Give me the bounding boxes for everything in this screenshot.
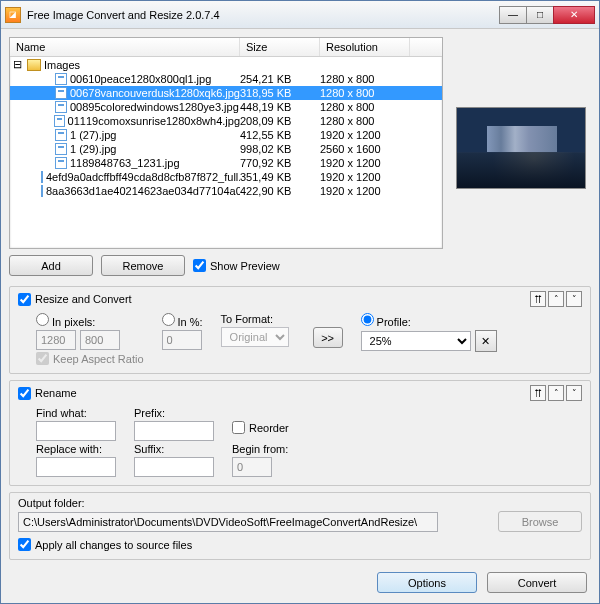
file-size: 448,19 KB [240, 101, 320, 113]
image-file-icon [55, 129, 67, 141]
options-button[interactable]: Options [377, 572, 477, 593]
file-name: 8aa3663d1ae40214623ae034d77104a0_full.jp… [46, 185, 240, 197]
table-row[interactable]: 1189848763_1231.jpg770,92 KB1920 x 1200 [10, 156, 442, 170]
convert-button[interactable]: Convert [487, 572, 587, 593]
percent-input[interactable] [162, 330, 202, 350]
preview-image [456, 107, 586, 189]
file-resolution: 1920 x 1200 [320, 157, 410, 169]
file-size: 998,02 KB [240, 143, 320, 155]
image-file-icon [55, 157, 67, 169]
profile-radio[interactable]: Profile: [361, 313, 497, 328]
reorder-checkbox[interactable]: Reorder [232, 421, 289, 434]
file-name: 1 (27).jpg [70, 129, 116, 141]
maximize-button[interactable]: □ [526, 6, 554, 24]
panel-expand-button[interactable]: ⮅ [530, 291, 546, 307]
file-size: 208,09 KB [240, 115, 320, 127]
titlebar[interactable]: ◪ Free Image Convert and Resize 2.0.7.4 … [1, 1, 599, 29]
table-row[interactable]: 00895coloredwindows1280ye3.jpg448,19 KB1… [10, 100, 442, 114]
image-file-icon [41, 171, 43, 183]
file-size: 254,21 KB [240, 73, 320, 85]
list-header: Name Size Resolution [10, 38, 442, 57]
file-resolution: 2560 x 1600 [320, 143, 410, 155]
file-name: 00895coloredwindows1280ye3.jpg [70, 101, 239, 113]
file-name: 01119comoxsunrise1280x8wh4.jpg [68, 115, 240, 127]
show-preview-checkbox[interactable]: Show Preview [193, 259, 280, 272]
resize-enable-checkbox[interactable]: Resize and Convert [18, 293, 132, 306]
table-row[interactable]: 4efd9a0adcffbff49cda8d8cfb87f872_full.jp… [10, 170, 442, 184]
show-preview-input[interactable] [193, 259, 206, 272]
format-select[interactable]: Original [221, 327, 289, 347]
close-button[interactable]: ✕ [553, 6, 595, 24]
in-pixels-radio[interactable]: In pixels: [36, 313, 144, 328]
table-row[interactable]: 01119comoxsunrise1280x8wh4.jpg208,09 KB1… [10, 114, 442, 128]
image-file-icon [55, 73, 67, 85]
in-percent-radio[interactable]: In %: [162, 313, 203, 328]
output-folder-input[interactable] [18, 512, 438, 532]
remove-button[interactable]: Remove [101, 255, 185, 276]
table-row[interactable]: 8aa3663d1ae40214623ae034d77104a0_full.jp… [10, 184, 442, 198]
app-window: ◪ Free Image Convert and Resize 2.0.7.4 … [0, 0, 600, 604]
file-size: 770,92 KB [240, 157, 320, 169]
col-name[interactable]: Name [10, 38, 240, 56]
browse-button[interactable]: Browse [498, 511, 582, 532]
preview-pane [451, 37, 591, 249]
file-resolution: 1280 x 800 [320, 101, 410, 113]
height-input[interactable] [80, 330, 120, 350]
prefix-input[interactable] [134, 421, 214, 441]
col-size[interactable]: Size [240, 38, 320, 56]
file-resolution: 1280 x 800 [320, 73, 410, 85]
table-row[interactable]: 00678vancouverdusk1280xqk6.jpg318,95 KB1… [10, 86, 442, 100]
minimize-button[interactable]: — [499, 6, 527, 24]
output-folder-label: Output folder: [18, 497, 582, 509]
table-row[interactable]: 00610peace1280x800ql1.jpg254,21 KB1280 x… [10, 72, 442, 86]
resize-panel: Resize and Convert ⮅ ˄ ˅ In pixels: Keep… [9, 286, 591, 374]
file-size: 318,95 KB [240, 87, 320, 99]
panel-down-button[interactable]: ˅ [566, 291, 582, 307]
file-name: 4efd9a0adcffbff49cda8d8cfb87f872_full.jp… [46, 171, 240, 183]
file-name: 00678vancouverdusk1280xqk6.jpg [70, 87, 240, 99]
file-size: 422,90 KB [240, 185, 320, 197]
folder-row[interactable]: ⊟Images [10, 57, 442, 72]
profile-select[interactable]: 25% [361, 331, 471, 351]
file-resolution: 1920 x 1200 [320, 171, 410, 183]
file-resolution: 1920 x 1200 [320, 129, 410, 141]
window-title: Free Image Convert and Resize 2.0.7.4 [27, 9, 500, 21]
width-input[interactable] [36, 330, 76, 350]
go-button[interactable]: >> [313, 327, 343, 348]
app-icon: ◪ [5, 7, 21, 23]
output-panel: Output folder: Browse Apply all changes … [9, 492, 591, 560]
delete-profile-button[interactable]: ✕ [475, 330, 497, 352]
rename-enable-checkbox[interactable]: Rename [18, 387, 77, 400]
image-file-icon [54, 115, 65, 127]
tree-toggle[interactable]: ⊟ [10, 58, 24, 71]
file-name: 00610peace1280x800ql1.jpg [70, 73, 211, 85]
add-button[interactable]: Add [9, 255, 93, 276]
to-format-label: To Format: [221, 313, 289, 325]
rename-panel: Rename ⮅ ˄ ˅ Find what: Prefix: Reorder … [9, 380, 591, 486]
find-what-input[interactable] [36, 421, 116, 441]
suffix-input[interactable] [134, 457, 214, 477]
file-name: 1189848763_1231.jpg [70, 157, 180, 169]
file-size: 412,55 KB [240, 129, 320, 141]
file-name: 1 (29).jpg [70, 143, 116, 155]
image-file-icon [55, 101, 67, 113]
folder-icon [27, 59, 41, 71]
file-size: 351,49 KB [240, 171, 320, 183]
image-file-icon [41, 185, 43, 197]
apply-all-checkbox[interactable]: Apply all changes to source files [18, 538, 582, 551]
table-row[interactable]: 1 (27).jpg412,55 KB1920 x 1200 [10, 128, 442, 142]
panel-up-button[interactable]: ˄ [548, 291, 564, 307]
replace-with-input[interactable] [36, 457, 116, 477]
file-resolution: 1280 x 800 [320, 115, 410, 127]
panel-up-button[interactable]: ˄ [548, 385, 564, 401]
col-res[interactable]: Resolution [320, 38, 410, 56]
panel-expand-button[interactable]: ⮅ [530, 385, 546, 401]
begin-from-input[interactable] [232, 457, 272, 477]
file-resolution: 1920 x 1200 [320, 185, 410, 197]
file-resolution: 1280 x 800 [320, 87, 410, 99]
image-file-icon [55, 143, 67, 155]
keep-aspect-checkbox[interactable]: Keep Aspect Ratio [36, 352, 144, 365]
file-list[interactable]: Name Size Resolution ⊟Images00610peace12… [9, 37, 443, 249]
panel-down-button[interactable]: ˅ [566, 385, 582, 401]
table-row[interactable]: 1 (29).jpg998,02 KB2560 x 1600 [10, 142, 442, 156]
